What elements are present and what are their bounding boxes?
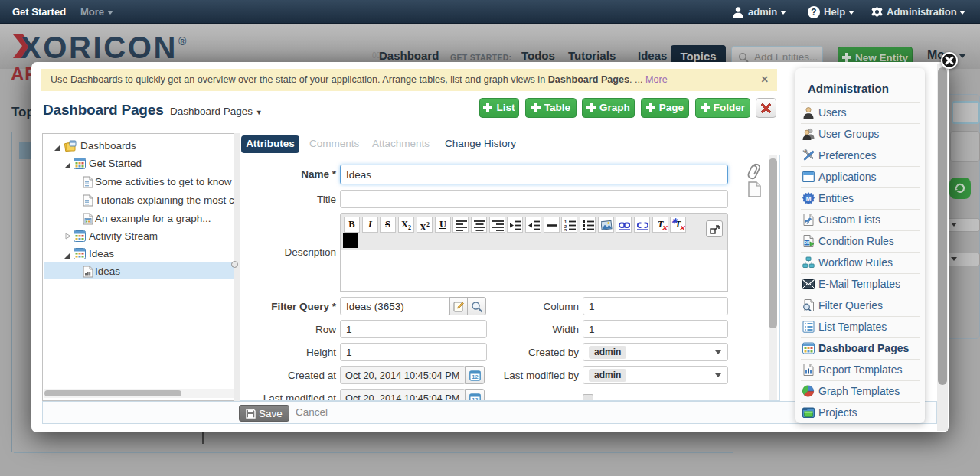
svg-text:3: 3 xyxy=(564,228,567,232)
svg-text:DB: DB xyxy=(804,240,810,245)
svg-text:M: M xyxy=(806,195,812,202)
